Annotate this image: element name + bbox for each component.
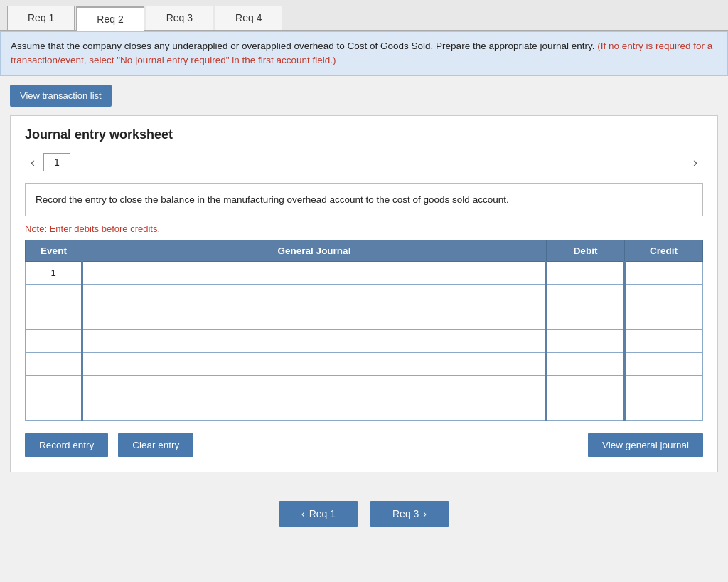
table-row — [26, 398, 703, 421]
col-header-credit: Credit — [625, 240, 703, 262]
next-page-arrow[interactable]: › — [687, 152, 703, 173]
event-cell — [26, 330, 82, 353]
next-nav-label: Req 3 — [392, 508, 419, 519]
gj-cell[interactable] — [82, 262, 547, 285]
journal-table: Event General Journal Debit Credit 1 — [25, 240, 703, 421]
debit-cell[interactable] — [547, 262, 625, 285]
gj-cell[interactable] — [82, 285, 547, 307]
description-text: Record the entry to close the balance in… — [36, 194, 509, 205]
table-row: 1 — [26, 262, 703, 285]
gj-cell[interactable] — [82, 353, 547, 376]
next-nav-button[interactable]: Req 3 › — [370, 501, 449, 527]
table-row — [26, 285, 703, 307]
tab-req2[interactable]: Req 2 — [76, 6, 144, 31]
col-header-event: Event — [26, 240, 82, 262]
gj-cell[interactable] — [82, 376, 547, 398]
record-entry-button[interactable]: Record entry — [25, 433, 108, 457]
bottom-buttons: Record entry Clear entry View general jo… — [25, 433, 703, 457]
prev-arrow-icon: ‹ — [301, 508, 305, 519]
tabs-container: Req 1 Req 2 Req 3 Req 4 — [0, 0, 728, 31]
prev-nav-button[interactable]: ‹ Req 1 — [279, 501, 358, 527]
credit-cell[interactable] — [625, 353, 703, 376]
col-header-debit: Debit — [547, 240, 625, 262]
gj-cell[interactable] — [82, 398, 547, 421]
gj-cell[interactable] — [82, 330, 547, 353]
event-cell — [26, 376, 82, 398]
table-row — [26, 330, 703, 353]
debit-cell[interactable] — [547, 353, 625, 376]
tab-req1[interactable]: Req 1 — [7, 6, 75, 30]
debit-cell[interactable] — [547, 285, 625, 307]
debit-cell[interactable] — [547, 376, 625, 398]
prev-page-arrow[interactable]: ‹ — [25, 152, 41, 173]
page-number: 1 — [43, 153, 70, 171]
col-header-gj: General Journal — [82, 240, 547, 262]
table-row — [26, 307, 703, 330]
event-cell — [26, 285, 82, 307]
event-cell — [26, 398, 82, 421]
debit-cell[interactable] — [547, 307, 625, 330]
tab-req3[interactable]: Req 3 — [146, 6, 213, 30]
worksheet-container: Journal entry worksheet ‹ 1 › Record the… — [10, 115, 718, 473]
event-cell — [26, 353, 82, 376]
clear-entry-button[interactable]: Clear entry — [118, 433, 193, 457]
credit-cell[interactable] — [625, 398, 703, 421]
view-general-journal-button[interactable]: View general journal — [588, 433, 703, 457]
credit-cell[interactable] — [625, 330, 703, 353]
credit-cell[interactable] — [625, 262, 703, 285]
description-box: Record the entry to close the balance in… — [25, 183, 703, 217]
bottom-nav: ‹ Req 1 Req 3 › — [0, 487, 728, 548]
table-row — [26, 376, 703, 398]
next-arrow-icon: › — [423, 508, 427, 519]
debit-cell[interactable] — [547, 398, 625, 421]
view-transaction-button[interactable]: View transaction list — [10, 85, 112, 107]
table-row — [26, 353, 703, 376]
instructions-main-text: Assume that the company closes any under… — [11, 41, 595, 51]
tab-req4[interactable]: Req 4 — [215, 6, 282, 30]
credit-cell[interactable] — [625, 285, 703, 307]
event-cell — [26, 307, 82, 330]
instructions-box: Assume that the company closes any under… — [0, 31, 728, 76]
nav-row: ‹ 1 › — [25, 152, 703, 173]
debit-cell[interactable] — [547, 330, 625, 353]
worksheet-title: Journal entry worksheet — [25, 127, 703, 142]
credit-cell[interactable] — [625, 307, 703, 330]
prev-nav-label: Req 1 — [309, 508, 336, 519]
credit-cell[interactable] — [625, 376, 703, 398]
event-cell: 1 — [26, 262, 82, 285]
gj-cell[interactable] — [82, 307, 547, 330]
note-text: Note: Enter debits before credits. — [25, 223, 703, 234]
